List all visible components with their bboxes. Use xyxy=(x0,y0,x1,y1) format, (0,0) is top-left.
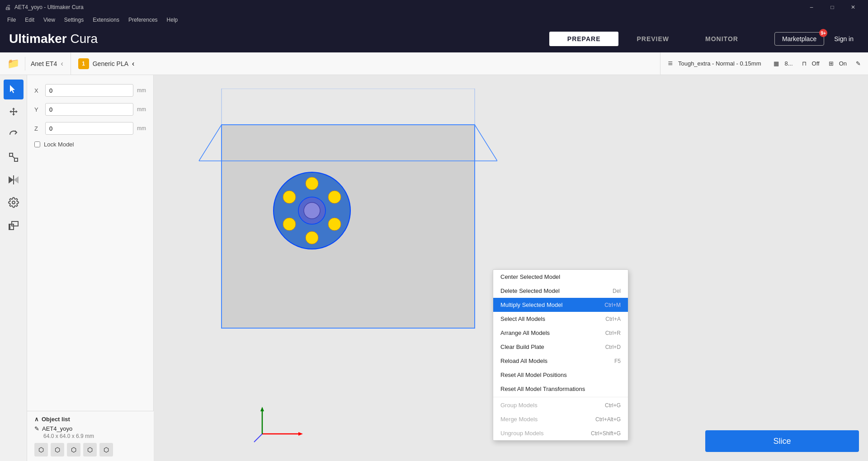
support-blocker-tool[interactable] xyxy=(4,215,24,235)
settings-icon: ≡ xyxy=(668,59,673,68)
tab-monitor[interactable]: MONITOR xyxy=(687,32,756,46)
profile-name[interactable]: Tough_extra - Normal - 0.15mm xyxy=(678,60,761,67)
select-tool[interactable] xyxy=(4,80,24,99)
context-menu-item-shortcut: Del xyxy=(613,288,621,294)
z-position-row: Z mm xyxy=(34,122,146,135)
lock-model-checkbox[interactable] xyxy=(34,141,40,147)
object-action-more[interactable]: ⬡ xyxy=(99,443,113,456)
tab-preview[interactable]: PREVIEW xyxy=(618,32,687,46)
context-menu-item-reset-all-model-positions[interactable]: Reset All Model Positions xyxy=(493,368,628,382)
menu-item-extensions[interactable]: Extensions xyxy=(89,16,123,24)
move-tool[interactable] xyxy=(4,102,24,122)
context-menu-item-shortcut: Ctrl+G xyxy=(605,402,621,409)
svg-line-15 xyxy=(475,125,497,161)
z-unit: mm xyxy=(137,125,146,132)
y-input[interactable] xyxy=(45,103,133,116)
context-menu-item-center-selected-model[interactable]: Center Selected Model xyxy=(493,270,628,284)
context-menu-item-select-all-models[interactable]: Select All ModelsCtrl+A xyxy=(493,312,628,326)
mirror-tool[interactable] xyxy=(4,170,24,190)
menu-item-edit[interactable]: Edit xyxy=(21,16,38,24)
material-section: 1 Generic PLA ‹ xyxy=(71,52,661,75)
context-menu-item-delete-selected-model[interactable]: Delete Selected ModelDel xyxy=(493,284,628,298)
settings-tool[interactable] xyxy=(4,193,24,212)
close-button[interactable]: ✕ xyxy=(843,0,863,14)
svg-point-28 xyxy=(304,202,320,219)
context-menu-item-multiply-selected-model[interactable]: Multiply Selected ModelCtrl+M xyxy=(493,298,628,312)
rotate-tool[interactable] xyxy=(4,125,24,145)
settings-section: ≡ Tough_extra - Normal - 0.15mm ▦ 8... ⊓… xyxy=(660,52,868,75)
object-list-header[interactable]: ∧ Object list xyxy=(34,416,146,423)
minimize-button[interactable]: – xyxy=(801,0,822,14)
svg-point-22 xyxy=(306,177,318,190)
custom-icon[interactable]: ✎ xyxy=(856,60,861,67)
context-menu-item-shortcut: Ctrl+D xyxy=(605,344,621,350)
support-value[interactable]: Off xyxy=(812,60,820,67)
context-menu-item-label: Reset All Model Positions xyxy=(500,372,567,378)
context-menu: Center Selected ModelDelete Selected Mod… xyxy=(493,269,628,441)
svg-rect-2 xyxy=(14,158,18,161)
printer-name[interactable]: Anet ET4 xyxy=(31,60,57,67)
material-chevron[interactable]: ‹ xyxy=(132,60,134,68)
menubar: FileEditViewSettingsExtensionsPreference… xyxy=(0,14,868,25)
object-dimensions: 64.0 x 64.0 x 6.9 mm xyxy=(43,433,146,439)
svg-point-7 xyxy=(12,201,15,204)
context-menu-item-clear-build-plate[interactable]: Clear Build PlateCtrl+D xyxy=(493,340,628,354)
z-input[interactable] xyxy=(45,122,133,135)
context-menu-item-merge-models: Merge ModelsCtrl+Alt+G xyxy=(493,412,628,426)
svg-marker-32 xyxy=(260,407,264,411)
object-name[interactable]: AET4_yoyo xyxy=(42,425,72,432)
y-position-row: Y mm xyxy=(34,103,146,116)
svg-marker-0 xyxy=(10,85,15,93)
context-menu-item-group-models: Group ModelsCtrl+G xyxy=(493,398,628,412)
slice-button-container: Slice xyxy=(705,430,859,452)
viewport[interactable]: Center Selected ModelDelete Selected Mod… xyxy=(154,75,868,461)
lock-model-label[interactable]: Lock Model xyxy=(44,141,74,148)
menu-item-view[interactable]: View xyxy=(40,16,59,24)
signin-button[interactable]: Sign in xyxy=(829,33,859,45)
object-action-duplicate[interactable]: ⬡ xyxy=(51,443,64,456)
object-edit-icon[interactable]: ✎ xyxy=(34,425,39,432)
maximize-button[interactable]: □ xyxy=(822,0,843,14)
slice-button[interactable]: Slice xyxy=(705,430,859,452)
adhesion-value[interactable]: On xyxy=(839,60,847,67)
marketplace-badge: 9+ xyxy=(819,29,827,37)
header-right: Marketplace 9+ Sign in xyxy=(774,32,859,46)
support-icon: ⊓ xyxy=(802,60,807,67)
material-badge: 1 xyxy=(78,58,89,69)
folder-icon[interactable]: 📁 xyxy=(7,58,19,70)
tab-prepare[interactable]: PREPARE xyxy=(549,32,619,46)
menu-item-file[interactable]: File xyxy=(4,16,19,24)
context-menu-item-reload-all-models[interactable]: Reload All ModelsF5 xyxy=(493,354,628,368)
svg-point-25 xyxy=(306,231,318,244)
context-menu-item-label: Delete Selected Model xyxy=(500,287,560,294)
infill-value[interactable]: 8... xyxy=(784,60,793,67)
context-menu-item-reset-all-model-transformations[interactable]: Reset All Model Transformations xyxy=(493,382,628,396)
menu-item-preferences[interactable]: Preferences xyxy=(125,16,161,24)
object-action-mirror[interactable]: ⬡ xyxy=(67,443,80,456)
context-menu-item-arrange-all-models[interactable]: Arrange All ModelsCtrl+R xyxy=(493,326,628,340)
object-action-delete[interactable]: ⬡ xyxy=(83,443,97,456)
object-action-cube[interactable]: ⬡ xyxy=(34,443,48,456)
marketplace-button[interactable]: Marketplace 9+ xyxy=(774,32,824,46)
x-input[interactable] xyxy=(45,84,133,97)
svg-marker-5 xyxy=(9,177,13,183)
svg-marker-30 xyxy=(298,432,303,436)
context-menu-item-shortcut: Ctrl+Alt+G xyxy=(595,416,621,423)
titlebar: 🖨 AET4_yoyo - Ultimaker Cura – □ ✕ xyxy=(0,0,868,14)
material-name[interactable]: Generic PLA xyxy=(93,60,128,67)
context-menu-item-ungroup-models: Ungroup ModelsCtrl+Shift+G xyxy=(493,426,628,440)
scale-tool[interactable] xyxy=(4,147,24,167)
header: Ultimaker Cura PREPARE PREVIEW MONITOR M… xyxy=(0,25,868,52)
printer-chevron[interactable]: ‹ xyxy=(61,60,63,68)
context-menu-item-label: Center Selected Model xyxy=(500,273,560,280)
axis-indicator xyxy=(253,407,307,443)
main-content: X mm Y mm Z mm Lock Model xyxy=(0,75,868,461)
window-controls: – □ ✕ xyxy=(801,0,863,14)
context-menu-item-shortcut: Ctrl+Shift+G xyxy=(591,430,621,437)
menu-item-help[interactable]: Help xyxy=(163,16,182,24)
3d-model xyxy=(267,165,357,256)
y-label: Y xyxy=(34,106,42,113)
menu-item-settings[interactable]: Settings xyxy=(61,16,87,24)
context-menu-item-label: Group Models xyxy=(500,402,538,409)
context-menu-item-label: Clear Build Plate xyxy=(500,343,544,350)
